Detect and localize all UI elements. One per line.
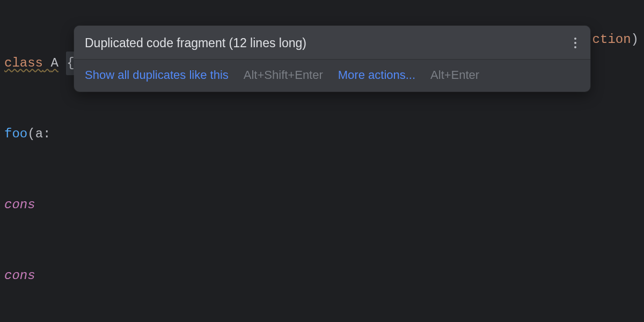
code-line[interactable]: foo(a: (0, 122, 644, 146)
more-options-icon[interactable] (571, 34, 580, 52)
more-actions-link[interactable]: More actions... (338, 68, 415, 82)
tooltip-title: Duplicated code fragment (12 lines long) (85, 36, 306, 50)
open-paren: ( (27, 122, 35, 146)
inspection-tooltip: Duplicated code fragment (12 lines long)… (74, 26, 590, 92)
show-duplicates-link[interactable]: Show all duplicates like this (85, 68, 229, 82)
code-fragment-right: ction) (592, 32, 639, 47)
shortcut-text: Alt+Enter (430, 68, 479, 82)
console-partial: cons (4, 264, 35, 288)
method-name: foo (4, 122, 27, 146)
colon: : (43, 122, 50, 146)
code-line[interactable]: cons (0, 193, 644, 217)
shortcut-text: Alt+Shift+Enter (244, 68, 323, 82)
tooltip-actions: Show all duplicates like this Alt+Shift+… (74, 60, 590, 92)
class-name: A (50, 56, 58, 70)
keyword-class: class (4, 56, 43, 70)
console-partial: cons (4, 193, 35, 217)
code-line[interactable]: cons (0, 264, 644, 288)
param-name: a (35, 122, 43, 146)
tooltip-header: Duplicated code fragment (12 lines long) (74, 26, 590, 60)
